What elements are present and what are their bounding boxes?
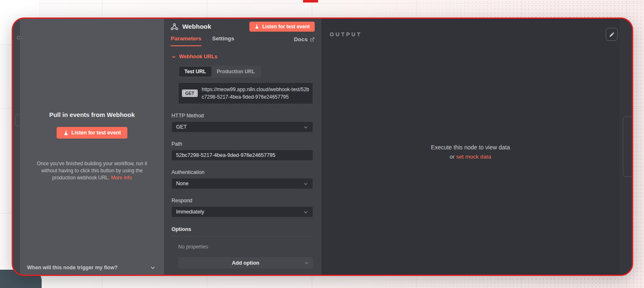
output-empty-line2: or set mock data	[321, 154, 619, 160]
trigger-hint-text: Once you've finished building your workf…	[30, 160, 154, 181]
output-connector-strip	[619, 19, 632, 275]
test-url-tab[interactable]: Test URL	[179, 67, 211, 77]
node-title: Webhook	[182, 23, 249, 30]
webhook-icon	[170, 22, 179, 31]
http-method-label: HTTP Method	[172, 113, 313, 119]
tab-parameters[interactable]: Parameters	[171, 35, 201, 46]
output-empty-line1: Execute this node to view data	[321, 144, 619, 151]
trigger-panel: Pull in events from Webhook Listen for t…	[20, 19, 164, 275]
parameters-body: Webhook URLs Test URL Production URL GET…	[164, 46, 321, 275]
chevron-down-icon	[172, 55, 176, 59]
options-empty-text: No properties	[178, 244, 313, 250]
output-empty-state: Execute this node to view data or set mo…	[321, 144, 619, 160]
http-method-value: GET	[176, 124, 303, 130]
webhook-urls-section-toggle[interactable]: Webhook URLs	[172, 54, 313, 60]
options-section-label: Options	[172, 226, 313, 236]
respond-value: Immediately	[176, 209, 303, 215]
authentication-select[interactable]: None	[172, 178, 313, 189]
webhook-url-text: https://meow99.app.n8n.cloud/webhook-tes…	[202, 86, 309, 101]
trigger-faq-label: When will this node trigger my flow?	[27, 265, 117, 271]
node-detail-modal: Pull in events from Webhook Listen for t…	[12, 17, 633, 276]
output-panel: OUTPUT Execute this node to view data or…	[321, 19, 619, 275]
listen-button-label: Listen for test event	[72, 130, 121, 136]
flask-icon	[254, 24, 259, 29]
pencil-icon	[609, 32, 615, 37]
listen-for-test-event-button[interactable]: Listen for test event	[57, 127, 128, 139]
tab-bar: Parameters Settings Docs	[164, 35, 321, 46]
add-option-button[interactable]: Add option	[178, 257, 313, 268]
edit-output-button[interactable]	[606, 28, 618, 41]
chevron-down-icon	[304, 260, 309, 266]
webhook-url-copy-box[interactable]: GET https://meow99.app.n8n.cloud/webhook…	[178, 82, 313, 104]
tab-settings[interactable]: Settings	[212, 35, 234, 46]
production-url-tab[interactable]: Production URL	[211, 67, 260, 77]
flask-icon	[63, 130, 69, 136]
more-info-link[interactable]: More info	[111, 175, 132, 181]
webhook-urls-label: Webhook URLs	[179, 54, 217, 60]
path-input[interactable]	[172, 150, 313, 161]
set-mock-data-link[interactable]: set mock data	[456, 154, 491, 160]
chevron-down-icon	[303, 124, 308, 130]
respond-select[interactable]: Immediately	[172, 206, 313, 217]
parameters-panel: Webhook Listen for test event Parameters…	[164, 19, 321, 275]
path-label: Path	[172, 141, 313, 147]
output-panel-title: OUTPUT	[330, 31, 362, 37]
chevron-down-icon	[150, 265, 156, 271]
chevron-down-icon	[303, 181, 308, 186]
trigger-panel-title: Pull in events from Webhook	[20, 111, 164, 118]
authentication-value: None	[176, 181, 303, 186]
canvas-red-segment	[303, 0, 318, 2]
docs-link[interactable]: Docs	[294, 36, 315, 46]
http-method-badge: GET	[182, 89, 198, 97]
listen-button-label: Listen for test event	[262, 24, 310, 30]
node-outline-right	[623, 117, 633, 177]
authentication-label: Authentication	[172, 169, 313, 175]
chevron-down-icon	[303, 209, 308, 215]
node-header: Webhook Listen for test event	[164, 19, 321, 32]
listen-for-test-event-button-top[interactable]: Listen for test event	[249, 22, 315, 32]
url-environment-toggle: Test URL Production URL	[178, 66, 261, 77]
input-connector-strip	[13, 19, 20, 275]
respond-label: Respond	[172, 198, 313, 204]
trigger-faq-accordion[interactable]: When will this node trigger my flow?	[20, 265, 164, 271]
http-method-select[interactable]: GET	[172, 122, 313, 132]
external-link-icon	[310, 37, 315, 42]
